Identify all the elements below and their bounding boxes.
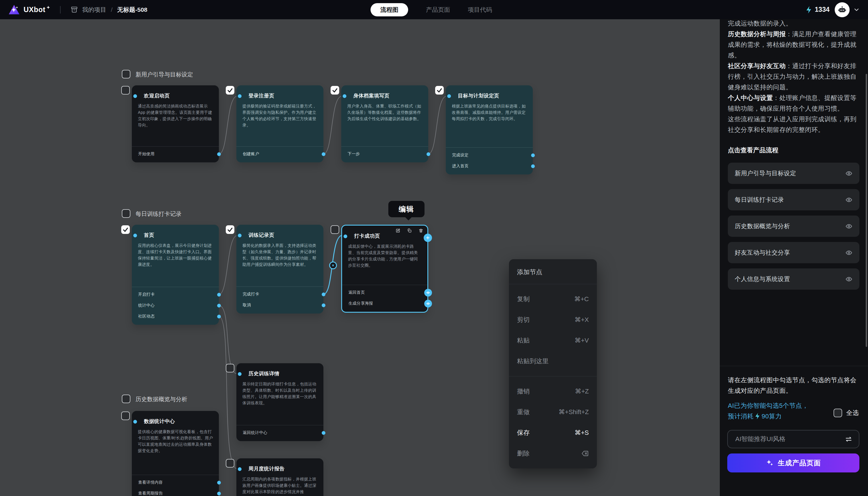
duplicate-icon[interactable] bbox=[407, 228, 412, 233]
node-action-社区动态[interactable]: 社区动态 bbox=[132, 311, 219, 322]
flow-node-profile[interactable]: 身体档案填写页用户录入身高、体重、职场工作模式（如久坐场景）等数值化档案。这些数… bbox=[341, 86, 428, 162]
node-action-查看周期报告[interactable]: 查看周期报告 bbox=[132, 488, 219, 496]
node-checkbox-success[interactable] bbox=[331, 225, 339, 234]
connector-port-icon[interactable] bbox=[217, 293, 221, 297]
node-checkbox-profile[interactable] bbox=[331, 86, 339, 95]
node-port-icon[interactable] bbox=[133, 420, 137, 423]
node-action-开始使用[interactable]: 开始使用 bbox=[132, 149, 219, 159]
tab-产品页面[interactable]: 产品页面 bbox=[426, 6, 450, 14]
flow-item-历史数据概览与分析[interactable]: 历史数据概览与分析 bbox=[728, 216, 859, 237]
flow-node-record[interactable]: 训练记录页极简化的数据录入界面，支持选择运动类型（如久坐伸展、力量、跑步）并记录… bbox=[236, 225, 323, 313]
menu-item-删除[interactable]: 删除 bbox=[509, 443, 597, 464]
node-action-生成分享海报[interactable]: 生成分享海报 bbox=[342, 298, 428, 309]
avatar[interactable] bbox=[835, 2, 850, 17]
flow-item-好友互动与社交分享[interactable]: 好友互动与社交分享 bbox=[728, 242, 859, 263]
flow-item-新用户引导与目标设定[interactable]: 新用户引导与目标设定 bbox=[728, 162, 859, 184]
flow-node-history-detail[interactable]: 历史训练详情展示特定日期的详细打卡信息，包括运动类型、具体组数、时长以及当时上传… bbox=[236, 363, 323, 441]
node-checkbox-weekly-report[interactable] bbox=[226, 459, 235, 467]
connector-port-icon[interactable] bbox=[322, 152, 325, 156]
connector-port-icon[interactable] bbox=[531, 165, 535, 168]
connector-port-icon[interactable] bbox=[217, 315, 221, 319]
flow-node-goal[interactable]: 目标与计划设定页根据上班族常见的痛点提供目标选项，如改善肩颈、减脂或体能维持。用… bbox=[446, 86, 533, 174]
node-action-查看详情内容[interactable]: 查看详情内容 bbox=[132, 477, 219, 488]
node-action-返回统计中心[interactable]: 返回统计中心 bbox=[236, 427, 323, 438]
edge-delete-button[interactable] bbox=[329, 262, 337, 269]
flow-node-stats-center[interactable]: 数据统计中心提供核心的健康数据可视化看板，包含打卡日历视图、体重/时长趋势折线图… bbox=[132, 411, 219, 496]
node-action-下一步[interactable]: 下一步 bbox=[341, 149, 428, 159]
menu-item-复制[interactable]: 复制⌘+C bbox=[509, 289, 597, 310]
node-checkbox-welcome[interactable] bbox=[121, 86, 130, 95]
node-port-icon[interactable] bbox=[447, 94, 451, 98]
group-checkbox-3[interactable] bbox=[122, 394, 130, 403]
eye-icon[interactable] bbox=[845, 223, 852, 230]
flow-node-welcome[interactable]: 欢迎启动页通过高质感的简洁插画或动态标语展示App 的健康管理理念。该页面主要用… bbox=[132, 86, 219, 162]
node-action-返回首页[interactable]: 返回首页 bbox=[342, 287, 428, 298]
node-port-icon[interactable] bbox=[343, 94, 347, 98]
group-checkbox-2[interactable] bbox=[122, 209, 130, 218]
node-port-icon[interactable] bbox=[238, 467, 242, 471]
menu-item-剪切[interactable]: 剪切⌘+X bbox=[509, 310, 597, 330]
connector-port-icon[interactable] bbox=[427, 152, 430, 156]
flow-node-home[interactable]: 首页应用的核心仪表盘，展示今日健身计划进度、连续打卡天数及快捷打卡入口。界面保持… bbox=[132, 225, 219, 325]
ui-style-input[interactable] bbox=[728, 435, 845, 443]
menu-item-粘贴[interactable]: 粘贴⌘+V bbox=[509, 330, 597, 351]
node-port-icon[interactable] bbox=[238, 94, 242, 98]
node-action-统计中心[interactable]: 统计中心 bbox=[132, 300, 219, 311]
node-checkbox-login[interactable] bbox=[226, 86, 235, 95]
eye-icon[interactable] bbox=[845, 170, 852, 177]
flow-node-success[interactable]: 打卡成功页成就反馈中心，直观展示消耗的卡路里、当前完成度及荣誉勋章。提供精美的分… bbox=[341, 225, 428, 313]
connector-port-icon[interactable] bbox=[424, 300, 432, 308]
node-action-创建账户[interactable]: 创建账户 bbox=[236, 149, 323, 159]
flow-node-login[interactable]: 登录注册页提供极简的验证码登录或邮箱注册方式，界面强调安全与隐私保护。作为用户建… bbox=[236, 86, 323, 162]
node-action-取消[interactable]: 取消 bbox=[236, 300, 323, 311]
eye-icon[interactable] bbox=[845, 249, 852, 256]
connector-port-icon[interactable] bbox=[217, 304, 221, 308]
node-port-icon[interactable] bbox=[238, 234, 242, 237]
node-port-icon[interactable] bbox=[133, 234, 137, 237]
node-action-完成打卡[interactable]: 完成打卡 bbox=[236, 289, 323, 300]
group-checkbox-1[interactable] bbox=[122, 70, 130, 78]
eye-icon[interactable] bbox=[845, 276, 852, 283]
generate-pages-button[interactable]: 生成产品页面 bbox=[727, 453, 859, 472]
flow-item-个人信息与系统设置[interactable]: 个人信息与系统设置 bbox=[728, 268, 859, 290]
connector-port-icon[interactable] bbox=[322, 293, 325, 296]
menu-item-重做[interactable]: 重做⌘+Shift+Z bbox=[509, 402, 597, 422]
menu-item-粘贴到这里[interactable]: 粘贴到这里 bbox=[509, 351, 597, 372]
menu-item-label: 重做 bbox=[517, 408, 530, 416]
eye-icon[interactable] bbox=[845, 196, 852, 203]
tab-流程图[interactable]: 流程图 bbox=[371, 3, 408, 16]
add-connection-button[interactable] bbox=[424, 234, 432, 242]
menu-item-保存[interactable]: 保存⌘+S bbox=[509, 422, 597, 443]
node-checkbox-goal[interactable] bbox=[435, 86, 444, 95]
sidebar-scrollbar[interactable] bbox=[866, 74, 867, 347]
tab-项目代码[interactable]: 项目代码 bbox=[468, 6, 492, 14]
node-action-进入首页[interactable]: 进入首页 bbox=[446, 161, 533, 172]
node-port-icon[interactable] bbox=[343, 234, 347, 238]
breadcrumb-project[interactable]: 我的项目 bbox=[82, 6, 106, 14]
node-action-开启打卡[interactable]: 开启打卡 bbox=[132, 289, 219, 300]
node-checkbox-stats-center[interactable] bbox=[121, 412, 130, 420]
select-all-checkbox[interactable] bbox=[834, 409, 842, 417]
action-label: 完成设定 bbox=[452, 153, 468, 158]
edit-icon[interactable] bbox=[396, 228, 400, 233]
node-port-icon[interactable] bbox=[238, 372, 242, 376]
connector-port-icon[interactable] bbox=[217, 152, 221, 156]
connector-port-icon[interactable] bbox=[217, 492, 221, 495]
node-action-完成设定[interactable]: 完成设定 bbox=[446, 150, 533, 161]
connector-port-icon[interactable] bbox=[322, 431, 325, 435]
flow-node-weekly-report[interactable]: 周月度统计报告汇总周期内的各项数据指标，并根据上班族用户画像提供职场健康小贴士。… bbox=[236, 458, 323, 496]
trash-icon[interactable] bbox=[418, 228, 423, 233]
node-checkbox-home[interactable] bbox=[121, 225, 130, 234]
sidebar-scroll-area[interactable]: 完成运动数据的录入。历史数据分析与周报：满足用户查看健康管理成果的需求，将枯燥的… bbox=[720, 19, 868, 366]
swap-icon[interactable] bbox=[845, 435, 852, 443]
node-checkbox-record[interactable] bbox=[226, 225, 235, 234]
connector-port-icon[interactable] bbox=[424, 289, 432, 297]
node-checkbox-history-detail[interactable] bbox=[226, 364, 235, 372]
flow-item-每日训练打卡记录[interactable]: 每日训练打卡记录 bbox=[728, 189, 859, 210]
chevron-down-icon[interactable] bbox=[853, 6, 860, 13]
node-port-icon[interactable] bbox=[133, 94, 137, 98]
connector-port-icon[interactable] bbox=[531, 153, 535, 157]
menu-item-撤销[interactable]: 撤销⌘+Z bbox=[509, 381, 597, 402]
connector-port-icon[interactable] bbox=[217, 481, 221, 484]
connector-port-icon[interactable] bbox=[322, 304, 325, 307]
